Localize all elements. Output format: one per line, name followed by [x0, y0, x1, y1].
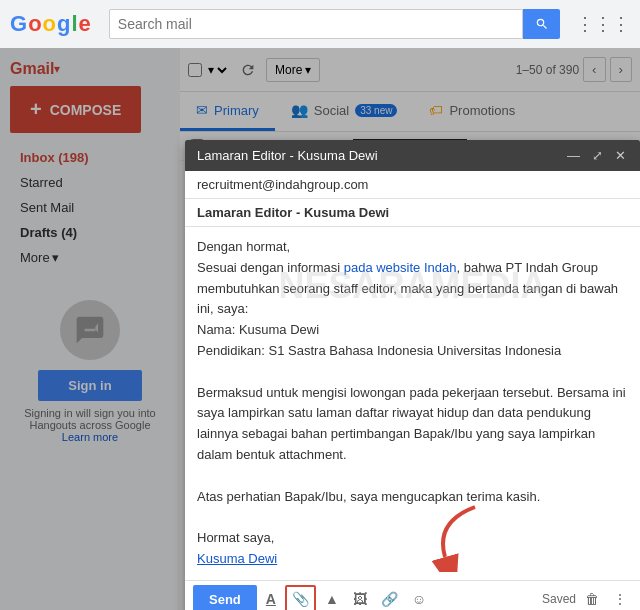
more-options-icon: ⋮: [613, 591, 627, 607]
grid-icon[interactable]: ⋮⋮⋮: [576, 13, 630, 35]
content-line-2: Sesuai dengan informasi pada website Ind…: [197, 258, 628, 320]
search-bar: [109, 9, 560, 39]
delete-icon: 🗑: [585, 591, 599, 607]
modal-title: Lamaran Editor - Kusuma Dewi: [197, 148, 378, 163]
drive-icon: ▲: [325, 591, 339, 607]
content-line-7: Hormat saya,: [197, 528, 628, 549]
modal-subject-field: Lamaran Editor - Kusuma Dewi: [185, 199, 640, 227]
saved-label: Saved: [542, 592, 576, 606]
more-options-button[interactable]: ⋮: [608, 587, 632, 610]
emoji-button[interactable]: ☺: [407, 587, 431, 610]
modal-header[interactable]: Lamaran Editor - Kusuma Dewi — ⤢ ✕: [185, 140, 640, 171]
image-icon: 🖼: [353, 591, 367, 607]
content-line-8: Kusuma Dewi: [197, 549, 628, 570]
signature-link[interactable]: Kusuma Dewi: [197, 551, 277, 566]
attachment-icon: 📎: [292, 591, 309, 607]
attachment-button[interactable]: 📎: [285, 585, 316, 610]
content-line-1: Dengan hormat,: [197, 237, 628, 258]
emoji-icon: ☺: [412, 591, 426, 607]
modal-content-area[interactable]: NESARAMEDIA Dengan hormat, Sesuai dengan…: [185, 227, 640, 580]
modal-to-field: recruitment@indahgroup.com: [185, 171, 640, 199]
modal-expand-button[interactable]: ⤢: [590, 148, 605, 163]
image-button[interactable]: 🖼: [348, 587, 372, 610]
send-button[interactable]: Send: [193, 585, 257, 610]
search-input[interactable]: [109, 9, 524, 39]
top-bar: Google ⋮⋮⋮: [0, 0, 640, 48]
modal-toolbar: Send A 📎 ▲ 🖼 🔗 ☺ Saved 🗑: [185, 580, 640, 610]
modal-body: recruitment@indahgroup.com Lamaran Edito…: [185, 171, 640, 610]
content-line-4: Pendidikan: S1 Sastra Bahasa Indonesia U…: [197, 341, 628, 362]
search-button[interactable]: [523, 9, 560, 39]
content-line-6: Atas perhatian Bapak/Ibu, saya mengucapk…: [197, 487, 628, 508]
link-icon: 🔗: [381, 591, 398, 607]
modal-controls: — ⤢ ✕: [565, 148, 628, 163]
content-line-3: Nama: Kusuma Dewi: [197, 320, 628, 341]
font-icon: A: [266, 591, 276, 607]
modal-close-button[interactable]: ✕: [613, 148, 628, 163]
link-button[interactable]: 🔗: [376, 587, 403, 610]
delete-button[interactable]: 🗑: [580, 587, 604, 610]
email-modal: Lamaran Editor - Kusuma Dewi — ⤢ ✕ recru…: [185, 140, 640, 610]
modal-minimize-button[interactable]: —: [565, 148, 582, 163]
font-format-button[interactable]: A: [261, 587, 281, 610]
google-logo: Google: [10, 11, 91, 37]
drive-button[interactable]: ▲: [320, 587, 344, 610]
content-line-5: Bermaksud untuk mengisi lowongan pada pe…: [197, 383, 628, 466]
